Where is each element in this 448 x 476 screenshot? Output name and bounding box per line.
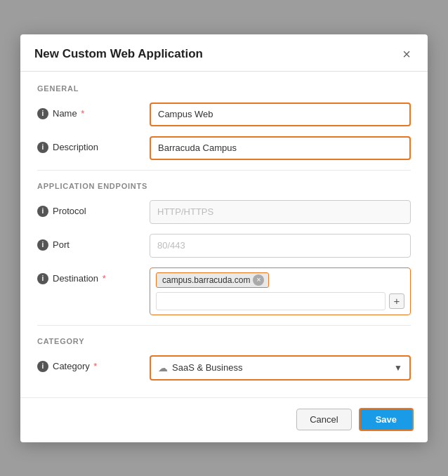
save-button[interactable]: Save	[359, 408, 414, 431]
endpoints-section-label: APPLICATION ENDPOINTS	[37, 182, 411, 190]
description-info-icon: i	[37, 142, 48, 153]
protocol-label: Protocol	[53, 206, 86, 216]
description-label-area: i Description	[37, 136, 150, 153]
protocol-control-area	[150, 200, 411, 224]
modal-dialog: New Custom Web Application × GENERAL i N…	[20, 34, 428, 442]
port-label: Port	[53, 239, 70, 250]
name-label: Name *	[53, 108, 84, 119]
category-section-label: CATEGORY	[37, 337, 411, 345]
destination-label-area: i Destination *	[37, 267, 150, 284]
modal-footer: Cancel Save	[20, 397, 428, 442]
name-input[interactable]	[150, 103, 411, 126]
description-row: i Description	[37, 136, 411, 160]
tag-remove-button[interactable]: ×	[253, 275, 264, 286]
name-info-icon: i	[37, 108, 48, 119]
endpoints-section: APPLICATION ENDPOINTS i Protocol i Po	[37, 182, 411, 315]
category-control-area: ☁ SaaS & Business ▼	[150, 355, 411, 381]
protocol-label-area: i Protocol	[37, 200, 150, 217]
destination-control-area: campus.barracuda.com × +	[150, 267, 411, 315]
modal-body: GENERAL i Name * i	[20, 72, 428, 397]
description-control-area	[150, 136, 411, 160]
name-row: i Name *	[37, 103, 411, 126]
category-select[interactable]: ☁ SaaS & Business ▼	[150, 355, 411, 381]
protocol-row: i Protocol	[37, 200, 411, 224]
destination-tags-row: campus.barracuda.com ×	[156, 272, 404, 288]
destination-info-icon: i	[37, 273, 48, 284]
protocol-input[interactable]	[150, 200, 411, 224]
modal-overlay: New Custom Web Application × GENERAL i N…	[0, 0, 448, 476]
category-value: SaaS & Business	[172, 362, 242, 373]
description-label: Description	[53, 142, 98, 152]
category-label-area: i Category *	[37, 355, 150, 372]
general-section-label: GENERAL	[37, 84, 411, 93]
port-row: i Port	[37, 234, 411, 258]
modal-header: New Custom Web Application ×	[20, 34, 428, 72]
port-control-area	[150, 234, 411, 258]
category-label: Category *	[53, 361, 97, 371]
destination-add-input[interactable]	[156, 292, 386, 310]
cancel-button[interactable]: Cancel	[296, 409, 351, 430]
modal-title: New Custom Web Application	[34, 47, 203, 61]
destination-row: i Destination * campus.barracuda.com ×	[37, 267, 411, 315]
port-input[interactable]	[150, 234, 411, 258]
destination-add-icon[interactable]: +	[389, 293, 404, 309]
name-label-area: i Name *	[37, 103, 150, 119]
name-required-star: *	[79, 108, 85, 119]
destination-add-row: +	[156, 292, 404, 310]
cloud-icon: ☁	[158, 362, 168, 373]
category-section: CATEGORY i Category * ☁ SaaS & Business …	[37, 337, 411, 381]
destination-container: campus.barracuda.com × +	[150, 267, 411, 315]
description-input[interactable]	[150, 136, 411, 160]
name-control-area	[150, 103, 411, 126]
category-info-icon: i	[37, 361, 48, 372]
destination-required-star: *	[100, 273, 106, 284]
divider-2	[37, 325, 411, 326]
destination-label: Destination *	[53, 273, 106, 284]
category-row: i Category * ☁ SaaS & Business ▼	[37, 355, 411, 381]
destination-tag: campus.barracuda.com ×	[156, 272, 269, 288]
dropdown-arrow-icon: ▼	[394, 363, 402, 373]
close-button[interactable]: ×	[400, 46, 414, 62]
general-section: GENERAL i Name * i	[37, 84, 411, 160]
tag-text: campus.barracuda.com	[162, 275, 250, 285]
port-info-icon: i	[37, 239, 48, 251]
protocol-info-icon: i	[37, 206, 48, 217]
divider-1	[37, 170, 411, 171]
port-label-area: i Port	[37, 234, 150, 251]
category-required-star: *	[91, 361, 98, 371]
